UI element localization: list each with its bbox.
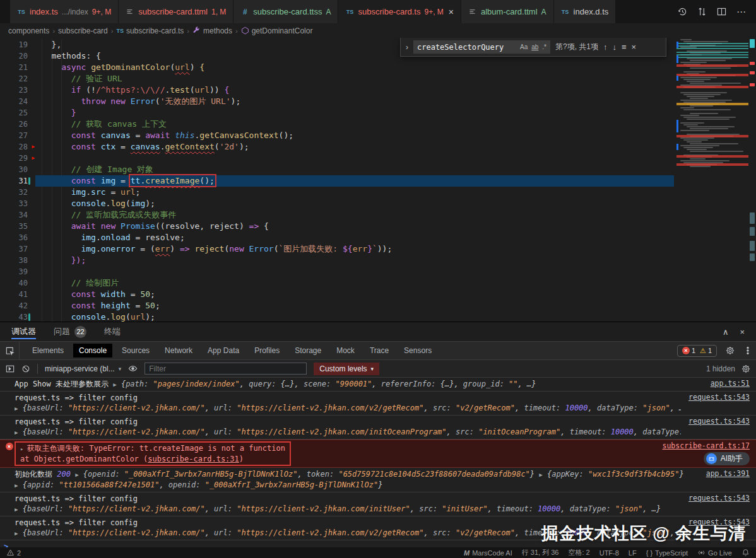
line-number[interactable]: 32 [0, 187, 37, 198]
source-link[interactable]: subscribe-card.ts:17 [663, 441, 750, 450]
panel-tab-问题[interactable]: 问题22 [54, 322, 86, 341]
line-number[interactable]: 40 [0, 277, 37, 289]
whole-word-icon[interactable]: ab [531, 44, 538, 50]
devtools-tab-console[interactable]: Console [73, 344, 112, 357]
editor-tab-subscribe-card.ttss[interactable]: #subscribe-card.ttssA [233, 0, 338, 23]
code-line-29[interactable]: 29▶ [0, 153, 674, 164]
line-number[interactable]: 36 [0, 232, 37, 243]
line-number[interactable]: 35 [0, 221, 37, 232]
breadcrumb-item-methods[interactable]: methods [192, 26, 232, 35]
breadcrumb-item-getDominantColor[interactable]: getDominantColor [241, 26, 313, 35]
code-editor[interactable]: 19},20methods: {21async getDominantColor… [0, 38, 756, 322]
minimap[interactable] [676, 39, 748, 175]
line-number[interactable]: 21 [0, 62, 37, 73]
code-line-27[interactable]: 27const canvas = await this.getCanvasCon… [0, 130, 674, 141]
devtools-tab-sensors[interactable]: Sensors [398, 344, 437, 357]
overview-ruler[interactable] [748, 38, 756, 322]
devtools-tab-app-data[interactable]: App Data [202, 344, 245, 357]
toolbar-gear-icon[interactable] [741, 364, 750, 373]
editor-tab-subscribe-card.ts[interactable]: TSsubscribe-card.ts9+, M× [338, 0, 461, 23]
console-row-log[interactable]: App Show 未处理参数展示 ▶ {path: "pages/index/i… [0, 378, 756, 392]
line-number[interactable]: 30 [0, 164, 37, 175]
code-line-22[interactable]: 22// 验证 URL [0, 73, 674, 84]
statusbar-bell-icon[interactable] [741, 549, 750, 557]
line-number[interactable]: 23 [0, 84, 37, 96]
devtools-tab-trace[interactable]: Trace [364, 344, 394, 357]
console-row-log[interactable]: request.ts => filter config▶ {baseUrl: "… [0, 392, 756, 416]
breakpoint-marker-icon[interactable]: ▶ [32, 144, 35, 150]
find-input[interactable]: createSelectorQuery Aa ab .* [413, 40, 550, 54]
console-filter-input[interactable] [145, 363, 307, 375]
line-number[interactable]: 26 [0, 119, 37, 130]
line-number[interactable]: 38 [0, 255, 37, 266]
find-close-icon[interactable]: × [632, 42, 637, 52]
console-row-log[interactable]: 初始化数据 200 ▶ {openid: "_000aXfrI_3wrbx7an… [0, 468, 756, 492]
find-expand-icon[interactable]: › [406, 43, 408, 52]
code-line-32[interactable]: 32img.src = url; [0, 187, 674, 198]
statusbar-lf[interactable]: LF [629, 549, 637, 557]
line-number[interactable]: 43 [0, 311, 37, 322]
regex-icon[interactable]: .* [542, 44, 546, 50]
line-number[interactable]: 20 [0, 50, 37, 62]
statusbar-utf-8[interactable]: UTF-8 [599, 549, 619, 557]
devtools-tab-elements[interactable]: Elements [27, 344, 69, 357]
history-icon[interactable] [678, 7, 687, 16]
clear-console-icon[interactable] [21, 364, 30, 373]
console-row-error[interactable]: ×▸ 获取主色调失败: TypeError: tt.createImage is… [0, 439, 756, 468]
console-row-log[interactable]: request.ts => filter config▶ {baseUrl: "… [0, 416, 756, 439]
panel-collapse-icon[interactable]: ∧ [723, 327, 729, 337]
source-link[interactable]: request.ts:543 [688, 393, 750, 402]
panel-tab-调试器[interactable]: 调试器 [11, 322, 36, 341]
breadcrumb-item-subscribe-card[interactable]: subscribe-card [58, 26, 108, 35]
code-line-37[interactable]: 37img.onerror = (err) => reject(new Erro… [0, 243, 674, 255]
editor-tab-album-card.ttml[interactable]: album-card.ttmlA [461, 0, 554, 23]
line-number[interactable]: 22 [0, 73, 37, 84]
statusbar-行-31-列-36[interactable]: 行 31, 列 36 [522, 548, 559, 557]
console-output[interactable]: App Show 未处理参数展示 ▶ {path: "pages/index/i… [0, 378, 756, 547]
code-line-33[interactable]: 33console.log(img); [0, 198, 674, 209]
statusbar-warnings[interactable]: 2 [6, 549, 21, 557]
source-link[interactable]: request.ts:543 [688, 494, 750, 503]
line-number[interactable]: 25 [0, 107, 37, 119]
issue-counter[interactable]: ×1 ⚠1 [677, 345, 717, 357]
source-link[interactable]: request.ts:543 [688, 417, 750, 426]
line-number[interactable]: 29▶ [0, 153, 37, 164]
code-line-35[interactable]: 35await new Promise((resolve, reject) =>… [0, 221, 674, 232]
split-editor-icon[interactable] [717, 7, 726, 16]
devtools-tab-network[interactable]: Network [159, 344, 198, 357]
line-number[interactable]: 27 [0, 130, 37, 141]
statusbar-marscode-ai[interactable]: MMarsCode AI [464, 549, 512, 557]
devtools-tab-sources[interactable]: Sources [116, 344, 155, 357]
source-link[interactable]: app.ts:391 [706, 469, 750, 478]
line-number[interactable]: 24 [0, 96, 37, 107]
panel-close-icon[interactable]: × [740, 327, 745, 337]
line-number[interactable]: 34 [0, 209, 37, 221]
line-number[interactable]: 33 [0, 198, 37, 209]
ai-assistant-button[interactable]: AI助手 [704, 452, 750, 465]
code-line-23[interactable]: 23if (!/^https?:\/\//.test(url)) { [0, 84, 674, 96]
console-row-log[interactable]: request.ts => filter config▶ {baseUrl: "… [0, 492, 756, 516]
code-line-21[interactable]: 21async getDominantColor(url) { [0, 62, 674, 73]
devtools-tab-mock[interactable]: Mock [331, 344, 360, 357]
devtools-more-dots-icon[interactable] [743, 346, 752, 355]
panel-tab-终端[interactable]: 终端 [104, 322, 121, 341]
statusbar-go-live[interactable]: Go Live [697, 549, 732, 557]
line-number[interactable]: 31 [0, 175, 37, 187]
devtools-settings-gear-icon[interactable] [726, 346, 735, 355]
code-line-38[interactable]: 38}); [0, 255, 674, 266]
editor-tab-subscribe-card.ttml[interactable]: subscribe-card.ttml1, M [119, 0, 233, 23]
eye-icon[interactable] [128, 364, 138, 373]
find-in-selection-icon[interactable]: ≡ [622, 42, 627, 52]
line-number[interactable]: 19 [0, 39, 37, 50]
find-next-icon[interactable]: ↓ [613, 42, 617, 52]
editor-tab-index.ts[interactable]: TSindex.ts.../index9+, M [10, 0, 119, 23]
console-sidebar-icon[interactable] [6, 364, 15, 373]
line-number[interactable]: 37 [0, 243, 37, 255]
context-selector[interactable]: miniapp-service (bl... ▾ [45, 364, 121, 373]
line-number[interactable]: 42 [0, 300, 37, 311]
code-line-42[interactable]: 42const height = 50; [0, 300, 674, 311]
find-prev-icon[interactable]: ↑ [603, 42, 608, 52]
more-icon[interactable]: ⋯ [736, 6, 746, 18]
breadcrumb-item-components[interactable]: components [8, 26, 49, 35]
statusbar-typescript[interactable]: { }TypeScript [646, 549, 688, 557]
